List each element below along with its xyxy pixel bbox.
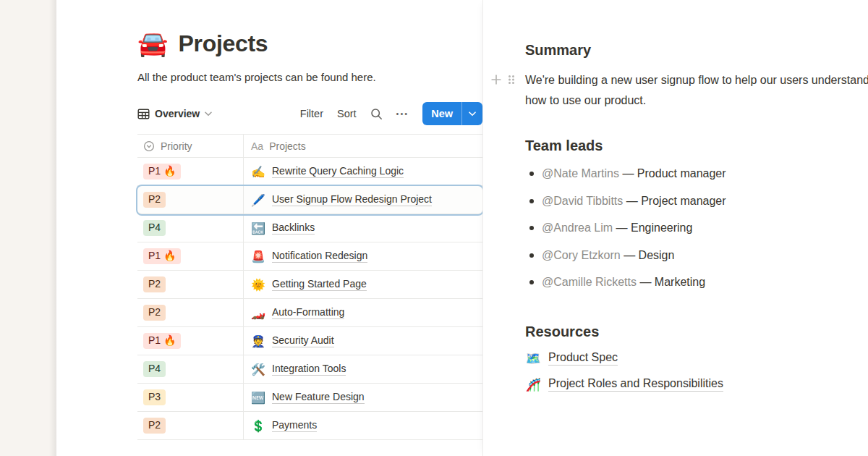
project-page-icon: 🛠️	[251, 363, 265, 376]
view-name: Overview	[155, 108, 200, 119]
table-row[interactable]: P1 🔥 ✍️ Rewrite Query Caching Logic	[137, 158, 482, 186]
project-page-link[interactable]: Security Audit	[272, 334, 334, 347]
person-mention[interactable]: @Camille Ricketts	[542, 276, 637, 288]
project-cell[interactable]: 🆕 New Feature Design	[244, 384, 482, 411]
person-mention[interactable]: @Nate Martins	[542, 167, 619, 180]
table-row[interactable]: P2 💲 Payments	[137, 412, 482, 440]
summary-paragraph[interactable]: We're building a new user signup flow to…	[525, 70, 868, 111]
resources-heading: Resources	[525, 324, 855, 340]
project-page-link[interactable]: User Signup Flow Redesign Project	[272, 193, 432, 206]
search-icon[interactable]	[370, 108, 383, 120]
table-header-row: Priority Aa Projects	[137, 134, 482, 158]
sort-button[interactable]: Sort	[337, 108, 357, 119]
table-row[interactable]: P1 🔥 🚨 Notification Redesign	[137, 242, 482, 271]
table-row[interactable]: P3 🆕 New Feature Design	[137, 384, 482, 412]
team-lead-item: @Camille Ricketts — Marketing	[525, 274, 855, 290]
project-page-icon: 🏎️	[251, 306, 265, 320]
more-options-icon[interactable]: •••	[396, 109, 409, 118]
database-toolbar: Overview Filter Sort ••• New	[137, 102, 482, 125]
table-row[interactable]: P2 🖊️ User Signup Flow Redesign Project	[137, 186, 482, 214]
resource-page-title: Project Roles and Responsibilities	[548, 377, 723, 392]
priority-cell[interactable]: P3	[137, 384, 244, 411]
project-page-link[interactable]: Payments	[272, 419, 317, 432]
priority-cell[interactable]: P1 🔥	[137, 242, 244, 270]
add-block-plus-icon[interactable]	[490, 74, 502, 85]
project-cell[interactable]: 🏎️ Auto-Formatting	[244, 299, 482, 326]
project-page-icon: 🔙	[251, 221, 265, 235]
project-cell[interactable]: 🌞 Getting Started Page	[244, 271, 482, 298]
team-lead-item: @Cory Etzkorn — Design	[525, 248, 855, 263]
drag-handle-icon[interactable]	[507, 74, 516, 85]
table-body: P1 🔥 ✍️ Rewrite Query Caching Logic P2 🖊…	[137, 158, 482, 440]
table-row[interactable]: P4 🛠️ Integration Tools	[137, 355, 482, 384]
priority-badge: P3	[143, 389, 166, 405]
resource-page-title: Product Spec	[548, 351, 618, 366]
column-header-priority[interactable]: Priority	[137, 135, 244, 157]
team-lead-item: @David Tibbitts — Project manager	[525, 193, 855, 209]
project-page-link[interactable]: Rewrite Query Caching Logic	[272, 165, 404, 178]
priority-badge: P1 🔥	[143, 248, 181, 264]
project-cell[interactable]: 👮 Security Audit	[244, 327, 482, 355]
project-page-link[interactable]: Notification Redesign	[272, 250, 367, 263]
priority-badge: P2	[143, 276, 166, 292]
table-view-icon	[137, 108, 150, 120]
project-page-link[interactable]: Integration Tools	[272, 363, 346, 376]
person-role: — Engineering	[613, 221, 692, 234]
project-page-icon: 🌞	[251, 278, 265, 292]
column-header-projects[interactable]: Aa Projects	[244, 135, 482, 157]
table-row[interactable]: P2 🌞 Getting Started Page	[137, 271, 482, 299]
project-cell[interactable]: 🛠️ Integration Tools	[244, 355, 482, 383]
team-lead-item: @Andrea Lim — Engineering	[525, 220, 855, 236]
project-page-link[interactable]: Getting Started Page	[272, 278, 367, 291]
projects-table: Priority Aa Projects P1 🔥 ✍️ Rewrite Que…	[137, 134, 482, 440]
project-page-icon: 👮	[251, 334, 265, 348]
priority-cell[interactable]: P1 🔥	[137, 327, 244, 355]
priority-cell[interactable]: P4	[137, 355, 244, 383]
project-page-icon: 🖊️	[251, 193, 265, 207]
priority-cell[interactable]: P4	[137, 214, 244, 242]
priority-cell[interactable]: P1 🔥	[137, 158, 244, 185]
resource-link[interactable]: 🎢 Project Roles and Responsibilities	[525, 377, 855, 392]
new-button-label[interactable]: New	[422, 102, 461, 125]
project-page-icon: ✍️	[251, 165, 265, 179]
person-role: — Design	[621, 249, 675, 261]
priority-badge: P2	[143, 305, 166, 321]
column-label-priority: Priority	[161, 140, 192, 152]
view-switcher-overview[interactable]: Overview	[137, 108, 212, 120]
table-row[interactable]: P4 🔙 Backlinks	[137, 214, 482, 242]
resource-page-icon: 🗺️	[525, 351, 541, 366]
team-leads-list: @Nate Martins — Product manager @David T…	[525, 166, 855, 290]
priority-badge: P1 🔥	[143, 164, 181, 180]
project-page-link[interactable]: New Feature Design	[272, 391, 365, 404]
person-mention[interactable]: @Andrea Lim	[542, 221, 613, 234]
project-cell[interactable]: 🖊️ User Signup Flow Redesign Project	[244, 186, 482, 214]
priority-cell[interactable]: P2	[137, 299, 244, 326]
project-cell[interactable]: 🔙 Backlinks	[244, 214, 482, 242]
new-button[interactable]: New	[422, 102, 482, 125]
project-page-link[interactable]: Auto-Formatting	[272, 306, 344, 319]
person-mention[interactable]: @David Tibbitts	[542, 195, 623, 207]
resource-link[interactable]: 🗺️ Product Spec	[525, 351, 855, 366]
priority-badge: P2	[143, 192, 166, 208]
project-page-icon: 🆕	[251, 391, 265, 405]
table-row[interactable]: P2 🏎️ Auto-Formatting	[137, 299, 482, 327]
priority-cell[interactable]: P2	[137, 271, 244, 298]
project-cell[interactable]: 💲 Payments	[244, 412, 482, 439]
priority-cell[interactable]: P2	[137, 412, 244, 439]
priority-badge: P2	[143, 418, 166, 434]
chevron-down-icon	[205, 111, 212, 117]
project-cell[interactable]: ✍️ Rewrite Query Caching Logic	[244, 158, 482, 185]
page-title-row: 🚘 Projects	[137, 28, 482, 59]
person-role: — Project manager	[623, 195, 726, 207]
projects-database-panel: 🚘 Projects All the product team's projec…	[56, 0, 482, 456]
person-mention[interactable]: @Cory Etzkorn	[542, 249, 621, 261]
new-button-chevron-icon[interactable]	[462, 102, 482, 125]
select-property-icon	[143, 140, 155, 152]
priority-cell[interactable]: P2	[137, 186, 244, 214]
project-page-link[interactable]: Backlinks	[272, 221, 315, 235]
table-row[interactable]: P1 🔥 👮 Security Audit	[137, 327, 482, 355]
project-cell[interactable]: 🚨 Notification Redesign	[244, 242, 482, 270]
filter-button[interactable]: Filter	[300, 108, 323, 119]
page-icon-car[interactable]: 🚘	[137, 31, 168, 56]
project-page-icon: 💲	[251, 419, 265, 433]
